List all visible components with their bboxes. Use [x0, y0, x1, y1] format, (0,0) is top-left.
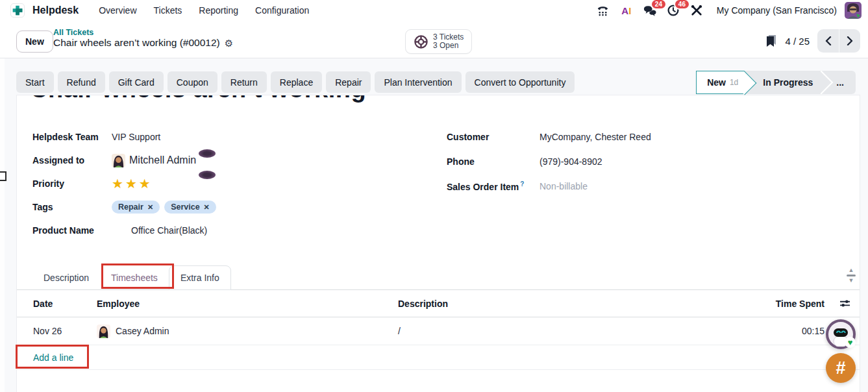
messages-icon[interactable]: 24: [640, 2, 660, 19]
tag-service-remove-icon[interactable]: ✕: [204, 203, 210, 212]
stage-new[interactable]: New 1d: [696, 71, 745, 94]
stage-new-label: New: [707, 77, 726, 88]
form-sheet: Chair wheels aren’t working Helpdesk Tea…: [16, 95, 860, 392]
app-title[interactable]: Helpdesk: [32, 5, 79, 16]
refund-button[interactable]: Refund: [58, 71, 105, 93]
col-time-spent[interactable]: Time Spent: [747, 299, 825, 309]
customer-label: Customer: [447, 132, 539, 142]
discuss-channel-fab[interactable]: #: [826, 353, 856, 383]
field-sales-order-item: Sales Order Item? Non-billable: [447, 178, 810, 194]
repair-button[interactable]: Repair: [326, 71, 371, 93]
stage-in-progress-label: In Progress: [763, 77, 813, 88]
tags-label: Tags: [32, 202, 112, 212]
tab-timesheets[interactable]: Timesheets: [100, 265, 169, 290]
breadcrumb: All Tickets Chair wheels aren’t working …: [53, 28, 233, 49]
replace-button[interactable]: Replace: [271, 71, 322, 93]
nav-item-overview[interactable]: Overview: [92, 2, 143, 19]
helpdesk-app-icon[interactable]: [10, 3, 25, 18]
optional-columns-icon[interactable]: [825, 299, 850, 308]
tickets-stat-line1: 3 Tickets: [433, 32, 464, 42]
tab-extra-info[interactable]: Extra Info: [169, 265, 231, 290]
timesheet-row[interactable]: Nov 26 Casey Admin / 00:15: [17, 317, 860, 345]
notebook-tabs: Description Timesheets Extra Info: [32, 265, 844, 290]
sales-order-item-value[interactable]: Non-billable: [539, 181, 588, 191]
tag-repair-label: Repair: [118, 202, 143, 212]
softphone-icon[interactable]: [593, 2, 613, 19]
tag-service[interactable]: Service ✕: [164, 201, 216, 214]
nav-item-tickets[interactable]: Tickets: [147, 2, 190, 19]
tickets-stat-button[interactable]: 3 Tickets 3 Open: [405, 29, 472, 54]
stage-duration-badge: 1d: [730, 78, 738, 87]
assigned-to-value[interactable]: Mitchell Admin: [112, 154, 196, 167]
assignee-avatar: [112, 154, 125, 167]
tag-repair-remove-icon[interactable]: ✕: [147, 203, 153, 212]
assigned-to-label: Assigned to: [32, 155, 112, 165]
scroll-up-icon[interactable]: ▲: [849, 267, 854, 273]
purple-lens-icon-bottom: [199, 171, 216, 179]
priority-label: Priority: [32, 178, 112, 189]
product-name-label: Product Name: [32, 225, 112, 236]
add-line-row: Add a line: [17, 345, 860, 370]
pager-prev-button[interactable]: [817, 29, 839, 53]
chatbot-launcher[interactable]: ♥: [826, 319, 856, 349]
col-employee[interactable]: Employee: [97, 299, 398, 309]
left-gutter: [0, 58, 5, 392]
lifebuoy-icon: [414, 34, 428, 49]
gift-card-button[interactable]: Gift Card: [109, 71, 164, 93]
product-name-value[interactable]: Office Chair(Black): [131, 225, 207, 236]
user-avatar[interactable]: [845, 2, 862, 19]
field-customer: Customer MyCompany, Chester Reed: [447, 129, 810, 145]
timesheet-header-row: Date Employee Description Time Spent: [17, 290, 860, 317]
action-button-bar: Start Refund Gift Card Coupon Return Rep…: [16, 71, 575, 93]
bookmark-icon[interactable]: [765, 34, 777, 47]
help-question-icon: ?: [520, 180, 524, 188]
cell-time-spent[interactable]: 00:15: [747, 326, 825, 336]
tag-repair[interactable]: Repair ✕: [112, 201, 160, 214]
resize-handle[interactable]: [847, 275, 856, 276]
coupon-button[interactable]: Coupon: [167, 71, 217, 93]
helpdesk-team-value[interactable]: VIP Support: [112, 132, 160, 142]
sales-order-item-label: Sales Order Item?: [447, 180, 539, 192]
cell-date[interactable]: Nov 26: [33, 326, 97, 336]
nav-item-reporting[interactable]: Reporting: [192, 2, 245, 19]
field-product-name: Product Name Office Chair(Black): [32, 223, 312, 238]
ai-icon[interactable]: AI: [617, 2, 636, 19]
activities-icon[interactable]: 46: [663, 2, 683, 19]
new-button[interactable]: New: [16, 31, 53, 53]
col-date[interactable]: Date: [33, 299, 97, 309]
scroll-down-icon[interactable]: ▼: [849, 278, 854, 284]
stage-bar: New 1d In Progress ...: [696, 71, 856, 94]
field-phone: Phone (979)-904-8902: [447, 154, 810, 169]
left-edge-widget: [0, 171, 6, 181]
nav-left: Helpdesk Overview Tickets Reporting Conf…: [6, 2, 316, 19]
phone-label: Phone: [447, 156, 539, 167]
convert-to-opportunity-button[interactable]: Convert to Opportunity: [465, 71, 575, 93]
plan-intervention-button[interactable]: Plan Intervention: [375, 71, 461, 93]
employee-avatar: [97, 325, 110, 338]
ticket-title[interactable]: Chair wheels aren’t working: [30, 95, 366, 103]
actions-gear-icon[interactable]: ⚙: [225, 38, 233, 48]
field-assigned-to: Assigned to Mitchell Admin: [32, 153, 312, 168]
nav-item-configuration[interactable]: Configuration: [248, 2, 316, 19]
tab-description[interactable]: Description: [32, 265, 100, 290]
col-description[interactable]: Description: [398, 299, 747, 309]
return-button[interactable]: Return: [221, 71, 267, 93]
assignee-name: Mitchell Admin: [129, 154, 196, 166]
tag-service-label: Service: [171, 202, 199, 212]
control-panel: New All Tickets Chair wheels aren’t work…: [0, 21, 868, 58]
pager-next-button[interactable]: [839, 29, 860, 53]
field-tags: Tags Repair ✕ Service ✕: [32, 199, 312, 215]
breadcrumb-current: Chair wheels aren’t working (#00012): [53, 37, 220, 49]
phone-value[interactable]: (979)-904-8902: [539, 156, 602, 167]
breadcrumb-parent[interactable]: All Tickets: [53, 28, 233, 37]
cell-description[interactable]: /: [398, 326, 747, 336]
resize-scroll-widget: ▲ ▼: [844, 262, 858, 288]
customer-value[interactable]: MyCompany, Chester Reed: [539, 132, 651, 142]
add-a-line-link[interactable]: Add a line: [33, 352, 73, 363]
tools-icon[interactable]: [687, 2, 706, 19]
cell-employee[interactable]: Casey Admin: [97, 325, 398, 338]
priority-stars[interactable]: ★★★: [112, 177, 153, 190]
hash-icon: #: [836, 358, 845, 378]
start-button[interactable]: Start: [16, 71, 54, 93]
company-switcher[interactable]: My Company (San Francisco): [717, 5, 837, 16]
